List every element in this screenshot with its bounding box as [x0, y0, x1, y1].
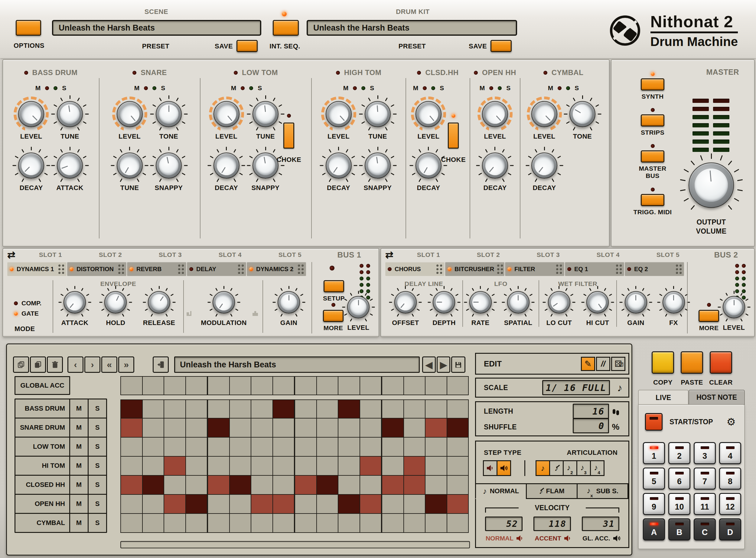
track-button-low-tom[interactable]: LOW TOM: [15, 437, 70, 457]
synth-button[interactable]: [641, 78, 665, 91]
pad-c[interactable]: C: [694, 518, 716, 540]
step-cell[interactable]: [339, 376, 360, 395]
level-knob[interactable]: LEVEL: [531, 101, 557, 141]
step-cell[interactable]: [230, 418, 251, 437]
copy-pattern-button[interactable]: [13, 356, 29, 373]
velocity-accent-display[interactable]: 118: [534, 516, 571, 531]
mute-button[interactable]: M: [413, 84, 418, 92]
step-cell[interactable]: [426, 476, 447, 495]
gate-mode[interactable]: GATE: [14, 310, 53, 317]
track-button-closed-hh[interactable]: CLOSED HH: [15, 475, 70, 495]
solo-button[interactable]: S: [62, 84, 66, 92]
step-cell[interactable]: [317, 457, 339, 476]
step-cell[interactable]: [208, 476, 230, 495]
step-cell[interactable]: [295, 514, 317, 533]
kit-save-button[interactable]: [490, 40, 512, 53]
step-cell[interactable]: [120, 514, 143, 533]
pad-5[interactable]: 5: [643, 467, 665, 490]
step-cell[interactable]: [382, 514, 404, 533]
drag-handle-icon[interactable]: [676, 264, 682, 274]
step-cell[interactable]: [295, 495, 317, 514]
step-cell[interactable]: [143, 514, 164, 533]
step-cell[interactable]: [360, 514, 382, 533]
scene-preset-label[interactable]: PRESET: [133, 42, 179, 50]
step-cell[interactable]: [404, 437, 426, 457]
fx-slot-chorus[interactable]: CHORUS: [385, 262, 444, 276]
step-cell[interactable]: [404, 400, 426, 418]
step-cell[interactable]: [426, 514, 447, 533]
step-cell[interactable]: [186, 418, 208, 437]
export-pattern-button[interactable]: [153, 356, 169, 373]
solo-button[interactable]: S: [440, 84, 444, 92]
step-cell[interactable]: [251, 495, 273, 514]
step-cell[interactable]: [360, 476, 382, 495]
drag-handle-icon[interactable]: [118, 264, 124, 274]
track-solo-button[interactable]: S: [88, 437, 107, 457]
tune-knob[interactable]: TUNE: [365, 101, 391, 141]
step-cell[interactable]: [360, 400, 382, 418]
start-stop-button[interactable]: [645, 413, 663, 431]
options-button[interactable]: [16, 20, 41, 37]
paste-pattern-button[interactable]: [30, 356, 46, 373]
step-cell[interactable]: [382, 418, 404, 437]
pad-4[interactable]: 4: [719, 442, 741, 464]
fx-slot-eq-2[interactable]: EQ 2: [625, 262, 684, 276]
track-button-open-hh[interactable]: OPEN HH: [15, 494, 70, 514]
step-cell[interactable]: [317, 476, 339, 495]
solo-button[interactable]: S: [161, 84, 165, 92]
fx-slot-dynamics-2[interactable]: DYNAMICS 2: [247, 262, 306, 276]
drag-handle-icon[interactable]: [556, 264, 562, 274]
mute-button[interactable]: M: [134, 84, 140, 92]
step-cell[interactable]: [339, 400, 360, 418]
step-cell[interactable]: [143, 495, 164, 514]
speaker-loud-step-button[interactable]: [496, 460, 511, 476]
tab-live[interactable]: LIVE: [638, 390, 688, 405]
step-cell[interactable]: [404, 514, 426, 533]
scale-display[interactable]: 1/ 16 FULL: [542, 380, 610, 395]
step-cell[interactable]: [295, 418, 317, 437]
pad-8[interactable]: 8: [719, 467, 741, 490]
step-cell[interactable]: [295, 457, 317, 476]
pattern-prev-button[interactable]: ◀: [422, 356, 436, 373]
step-cell[interactable]: [426, 437, 447, 457]
modulation-knob[interactable]: MODULATION: [201, 291, 246, 327]
tab-sub-s[interactable]: ♪xSUB S.: [577, 483, 628, 499]
step-cell[interactable]: [447, 476, 469, 495]
step-cell[interactable]: [382, 376, 404, 395]
step-cell[interactable]: [360, 437, 382, 457]
decay-knob[interactable]: DECAY: [482, 153, 508, 192]
fx-slot-bitcrusher[interactable]: BITCRUSHER: [445, 262, 505, 276]
first-button[interactable]: «: [101, 356, 117, 373]
velocity-gl-acc-display[interactable]: 31: [582, 516, 619, 531]
note-3-articulation-button[interactable]: ♪3: [576, 460, 591, 476]
tone-knob[interactable]: TONE: [569, 101, 595, 141]
step-cell[interactable]: [317, 514, 339, 533]
delete-pattern-button[interactable]: [47, 356, 63, 373]
step-cell[interactable]: [251, 418, 273, 437]
step-cell[interactable]: [230, 476, 251, 495]
choke-slider[interactable]: [448, 123, 459, 149]
level-knob[interactable]: LEVEL: [482, 101, 508, 141]
step-cell[interactable]: [404, 376, 426, 395]
tune-knob[interactable]: TUNE: [57, 101, 83, 141]
level-knob[interactable]: LEVEL: [415, 101, 441, 141]
step-cell[interactable]: [447, 437, 469, 457]
flam-articulation-button[interactable]: ♪: [549, 460, 564, 476]
step-cell[interactable]: [230, 437, 251, 457]
pattern-name-field[interactable]: Unleash the Harsh Beats: [174, 356, 420, 373]
step-cell[interactable]: [317, 376, 339, 395]
step-cell[interactable]: [251, 437, 273, 457]
pad-6[interactable]: 6: [668, 467, 691, 490]
step-cell[interactable]: [186, 400, 208, 418]
step-cell[interactable]: [360, 418, 382, 437]
strips-button[interactable]: [641, 115, 665, 126]
step-cell[interactable]: [164, 476, 186, 495]
note-articulation-button[interactable]: ♪: [536, 460, 550, 476]
step-cell[interactable]: [120, 476, 143, 495]
int-seq-button[interactable]: [273, 20, 299, 37]
step-cell[interactable]: [230, 376, 251, 395]
step-cell[interactable]: [251, 514, 273, 533]
step-cell[interactable]: [143, 457, 164, 476]
step-cell[interactable]: [295, 400, 317, 418]
step-cell[interactable]: [208, 457, 230, 476]
